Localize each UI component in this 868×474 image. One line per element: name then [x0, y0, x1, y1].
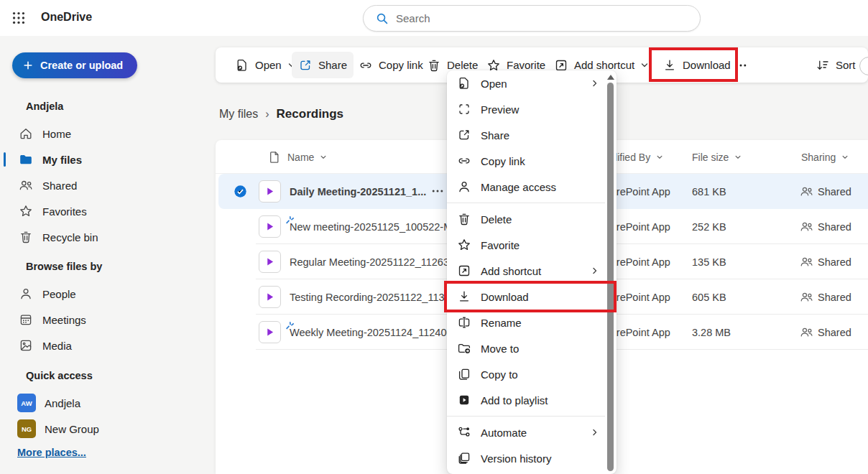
menu-item-delete[interactable]: Delete: [447, 206, 605, 232]
top-bar: OneDrive: [0, 0, 868, 36]
star-icon: [19, 204, 33, 218]
search-input[interactable]: [396, 12, 669, 24]
file-name[interactable]: Regular Meeting-20251122_112630: [290, 244, 455, 279]
menu-item-manage-access[interactable]: Manage access: [447, 174, 605, 200]
sharing-cell[interactable]: Shared: [800, 244, 851, 279]
create-or-upload-button[interactable]: Create or upload: [12, 52, 137, 78]
open-icon: [457, 76, 471, 90]
sharing-cell[interactable]: Shared: [800, 279, 851, 315]
shared-people-icon: [800, 290, 813, 304]
menu-item-copy-to[interactable]: Copy to: [447, 361, 605, 387]
share-button[interactable]: Share: [292, 52, 354, 78]
home-icon: [19, 126, 33, 141]
more-commands-button[interactable]: [727, 52, 754, 78]
file-name[interactable]: Testing Recording-20251122_1135: [290, 279, 451, 315]
chevron-right-icon: [591, 428, 599, 437]
file-name[interactable]: New meeting-20251125_100522-M: [290, 209, 452, 244]
video-file-icon: [259, 215, 281, 238]
sidebar-item-media[interactable]: Media: [11, 333, 198, 358]
chevron-right-icon: [591, 79, 599, 88]
people-icon: [19, 178, 33, 192]
image-icon: [19, 338, 33, 353]
scrollbar-thumb[interactable]: [607, 83, 614, 471]
rename-icon: [457, 315, 471, 330]
sidebar-item-home[interactable]: Home: [11, 121, 198, 147]
menu-item-version-history[interactable]: Version history: [447, 445, 605, 471]
selected-check-icon[interactable]: [234, 185, 247, 198]
menu-item-open[interactable]: Open: [447, 70, 605, 96]
sidebar-item-people[interactable]: People: [11, 281, 198, 307]
menu-item-automate[interactable]: Automate: [447, 419, 605, 445]
open-icon: [235, 58, 249, 73]
file-size-cell: 681 KB: [692, 174, 726, 209]
person-icon: [19, 287, 33, 301]
file-name[interactable]: Weekly Meeting-20251124_112400: [290, 315, 453, 350]
menu-item-add-shortcut[interactable]: Add shortcut: [447, 258, 605, 284]
sidebar-item-quick-andjela[interactable]: AW Andjela: [11, 390, 198, 416]
menu-item-move-to[interactable]: Move to: [447, 335, 605, 361]
video-file-icon: [259, 251, 281, 273]
row-more-options-button[interactable]: [428, 184, 447, 199]
sidebar-item-my-files[interactable]: My files: [11, 147, 198, 172]
sharing-cell[interactable]: Shared: [800, 174, 851, 209]
play-icon: [264, 256, 276, 268]
avatar-andjela: AW: [17, 394, 36, 412]
menu-item-share[interactable]: Share: [447, 122, 605, 148]
video-file-icon: [259, 286, 281, 308]
move-icon: [457, 341, 471, 356]
automate-icon: [457, 425, 471, 440]
shared-people-icon: [800, 325, 813, 339]
menu-item-favorite[interactable]: Favorite: [447, 232, 605, 258]
chevron-down-icon: [656, 154, 663, 161]
shared-people-icon: [800, 255, 813, 269]
download-button[interactable]: Download: [656, 52, 737, 78]
more-places-link[interactable]: More places...: [17, 447, 86, 458]
app-launcher-button[interactable]: [9, 9, 28, 28]
column-header-file-size[interactable]: File size: [692, 140, 742, 174]
add-shortcut-icon: [457, 264, 471, 278]
menu-item-copy-link[interactable]: Copy link: [447, 148, 605, 174]
folder-icon: [19, 152, 33, 167]
menu-item-rename[interactable]: Rename: [447, 310, 605, 335]
copy-icon: [457, 367, 471, 381]
sharing-cell[interactable]: Shared: [800, 315, 851, 350]
search-icon: [375, 11, 389, 25]
breadcrumb: My files › Recordings: [219, 105, 343, 124]
menu-scrollbar[interactable]: [606, 70, 615, 474]
sidebar-item-recycle-bin[interactable]: Recycle bin: [11, 224, 198, 250]
file-size-cell: 3.28 MB: [692, 315, 731, 350]
sidebar-section-quick-access: Quick access: [26, 370, 93, 381]
sidebar-item-meetings[interactable]: Meetings: [11, 307, 198, 333]
menu-item-add-to-playlist[interactable]: Add to playlist: [447, 387, 605, 413]
play-icon: [264, 291, 276, 303]
scroll-up-arrow-icon[interactable]: [607, 75, 614, 80]
menu-item-download[interactable]: Download: [447, 284, 605, 310]
file-size-cell: 252 KB: [692, 209, 726, 244]
star-icon: [457, 238, 471, 252]
sidebar-item-shared[interactable]: Shared: [11, 172, 198, 198]
menu-item-preview[interactable]: Preview: [447, 96, 605, 122]
calendar-icon: [19, 312, 33, 327]
column-header-sharing[interactable]: Sharing: [801, 140, 849, 174]
column-header-name[interactable]: Name: [267, 140, 327, 174]
menu-divider: [447, 416, 605, 417]
breadcrumb-my-files[interactable]: My files: [219, 108, 258, 121]
search-bar[interactable]: [363, 5, 701, 32]
share-icon: [457, 128, 471, 142]
sidebar-item-quick-new-group[interactable]: NG New Group: [11, 416, 198, 442]
chevron-down-icon: [734, 154, 742, 161]
sidebar-item-favorites[interactable]: Favorites: [11, 198, 198, 224]
play-icon: [264, 326, 276, 338]
more-icon: [430, 184, 445, 198]
file-name[interactable]: Daily Meeting-20251121_1...: [290, 174, 426, 209]
copy-link-button[interactable]: Copy link: [352, 52, 430, 78]
selected-indicator: [4, 152, 6, 167]
sharing-cell[interactable]: Shared: [800, 209, 851, 244]
preview-icon: [457, 102, 471, 116]
chevron-down-icon: [841, 154, 849, 161]
sidebar-section-user: Andjela: [26, 101, 63, 112]
menu-divider: [447, 203, 605, 203]
file-size-cell: 605 KB: [692, 279, 726, 315]
shared-people-icon: [800, 185, 813, 198]
breadcrumb-separator: ›: [265, 108, 269, 121]
